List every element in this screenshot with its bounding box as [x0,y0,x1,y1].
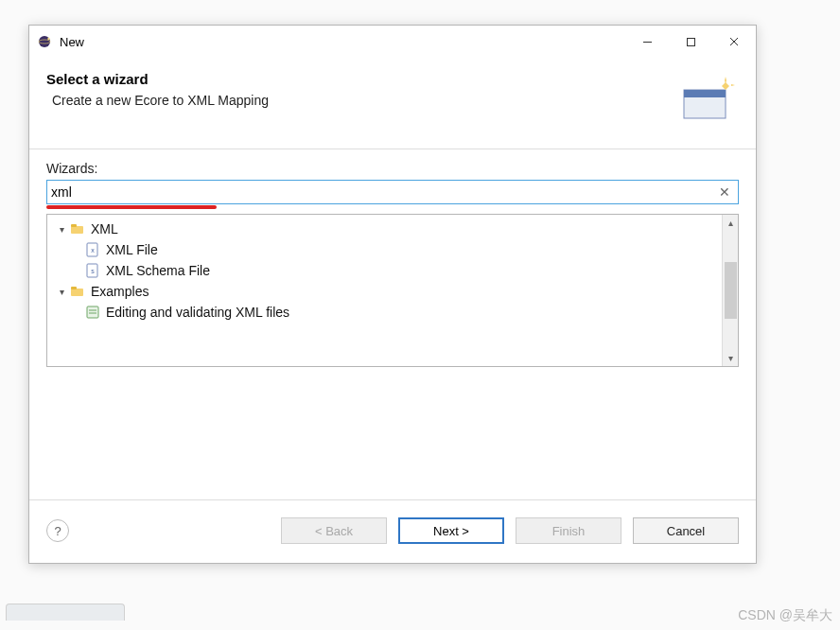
svg-point-0 [39,36,50,47]
eclipse-app-icon [37,34,52,49]
wizard-banner-icon [678,71,739,131]
header-title: Select a wizard [46,71,678,87]
svg-rect-4 [687,38,694,45]
window-title: New [60,35,84,49]
tree-node-label: XML File [106,242,158,257]
xsd-file-icon: s [85,263,100,278]
titlebar: New [29,26,756,58]
tree-node-label: XML Schema File [106,263,210,278]
clear-filter-icon[interactable]: ✕ [716,184,733,201]
svg-rect-8 [684,90,726,97]
background-tab-stub [6,604,125,621]
svg-rect-15 [71,289,83,296]
tree-scrollbar[interactable]: ▴ ▾ [722,215,738,366]
wizards-label: Wizards: [46,161,739,176]
folder-open-icon [70,284,85,299]
annotation-underline [46,205,217,209]
svg-rect-10 [71,224,77,227]
wizard-header: Select a wizard Create a new Ecore to XM… [29,58,756,149]
next-button[interactable]: Next > [398,517,504,544]
back-button[interactable]: < Back [281,517,387,544]
svg-text:s: s [91,268,95,274]
minimize-button[interactable] [625,26,669,57]
tree-folder-xml[interactable]: ▾ XML [51,219,718,239]
example-icon [85,305,100,320]
scroll-up-icon[interactable]: ▴ [725,217,737,229]
wizard-filter-input[interactable] [46,180,739,204]
svg-rect-9 [71,226,83,234]
tree-node-label: Editing and validating XML files [106,305,289,320]
tree-node-label: Examples [91,284,149,299]
scroll-down-icon[interactable]: ▾ [725,352,737,364]
tree-node-label: XML [91,221,118,236]
svg-rect-16 [71,287,77,289]
tree-item-editing-validating-xml[interactable]: Editing and validating XML files [51,302,718,323]
chevron-down-icon[interactable]: ▾ [55,224,68,235]
maximize-button[interactable] [669,26,712,57]
svg-text:x: x [91,247,95,254]
tree-item-xml-file[interactable]: x XML File [51,239,718,260]
svg-point-2 [47,38,49,40]
wizard-tree[interactable]: ▾ XML x XML File s XML Schema File ▾ Exa… [46,214,739,367]
scroll-thumb[interactable] [725,262,737,319]
button-bar: ? < Back Next > Finish Cancel [29,500,756,563]
watermark-text: CSDN @吴牟大 [738,607,832,624]
close-button[interactable] [712,26,756,57]
new-wizard-dialog: New Select a wizard Create a new Ecore t… [28,25,757,564]
tree-folder-examples[interactable]: ▾ Examples [51,281,718,302]
xml-file-icon: x [85,242,100,257]
finish-button[interactable]: Finish [516,517,621,544]
help-button[interactable]: ? [46,519,69,542]
header-subtitle: Create a new Ecore to XML Mapping [52,93,678,108]
folder-open-icon [70,221,85,236]
tree-item-xml-schema-file[interactable]: s XML Schema File [51,260,718,281]
svg-rect-17 [87,306,98,318]
chevron-down-icon[interactable]: ▾ [55,287,68,297]
cancel-button[interactable]: Cancel [633,517,739,544]
